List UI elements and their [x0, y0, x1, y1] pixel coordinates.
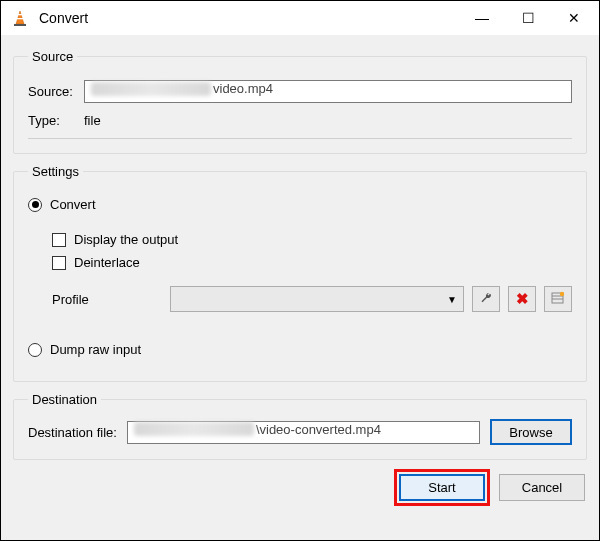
browse-button[interactable]: Browse — [490, 419, 572, 445]
display-output-checkbox[interactable]: Display the output — [52, 232, 572, 247]
type-label: Type: — [28, 113, 84, 128]
minimize-button[interactable]: — — [459, 3, 505, 33]
deinterlace-label: Deinterlace — [74, 255, 140, 270]
svg-marker-0 — [16, 11, 24, 24]
new-profile-button[interactable] — [544, 286, 572, 312]
dump-raw-label: Dump raw input — [50, 342, 141, 357]
radio-icon — [28, 198, 42, 212]
convert-radio[interactable]: Convert — [28, 197, 572, 212]
svg-rect-2 — [17, 18, 23, 19]
window-title: Convert — [39, 10, 459, 26]
chevron-down-icon: ▼ — [447, 294, 457, 305]
destination-legend: Destination — [28, 392, 101, 407]
radio-icon — [28, 343, 42, 357]
settings-legend: Settings — [28, 164, 83, 179]
svg-rect-1 — [18, 14, 22, 15]
deinterlace-checkbox[interactable]: Deinterlace — [52, 255, 572, 270]
vlc-cone-icon — [11, 9, 29, 27]
divider — [28, 138, 572, 139]
cancel-button[interactable]: Cancel — [499, 474, 585, 501]
titlebar: Convert — ☐ ✕ — [1, 1, 599, 35]
start-button[interactable]: Start — [399, 474, 485, 501]
profile-label: Profile — [52, 292, 162, 307]
destination-label: Destination file: — [28, 425, 117, 440]
dump-raw-radio[interactable]: Dump raw input — [28, 342, 572, 357]
profile-select[interactable]: ▼ — [170, 286, 464, 312]
wrench-icon — [479, 291, 493, 308]
source-group: Source Source: video.mp4 Type: file — [13, 49, 587, 154]
svg-rect-3 — [14, 24, 26, 26]
checkbox-icon — [52, 233, 66, 247]
close-button[interactable]: ✕ — [551, 3, 597, 33]
source-legend: Source — [28, 49, 77, 64]
source-path-input[interactable]: video.mp4 — [84, 80, 572, 103]
new-profile-icon — [551, 291, 565, 308]
delete-profile-button[interactable]: ✖ — [508, 286, 536, 312]
destination-path-input[interactable]: \video-converted.mp4 — [127, 421, 480, 444]
convert-radio-label: Convert — [50, 197, 96, 212]
edit-profile-button[interactable] — [472, 286, 500, 312]
type-value: file — [84, 113, 101, 128]
settings-group: Settings Convert Display the output Dein… — [13, 164, 587, 382]
display-output-label: Display the output — [74, 232, 178, 247]
source-label: Source: — [28, 84, 84, 99]
svg-point-7 — [560, 291, 564, 295]
maximize-button[interactable]: ☐ — [505, 3, 551, 33]
x-icon: ✖ — [516, 290, 529, 308]
destination-group: Destination Destination file: \video-con… — [13, 392, 587, 460]
checkbox-icon — [52, 256, 66, 270]
